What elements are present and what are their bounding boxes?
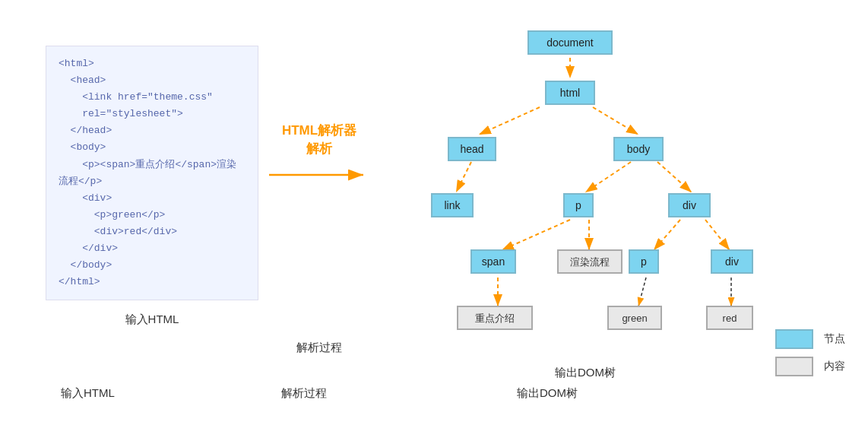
svg-text:重点介绍: 重点介绍 xyxy=(475,313,515,324)
svg-line-9 xyxy=(657,162,692,192)
svg-line-10 xyxy=(502,220,570,250)
code-line-6: <body> xyxy=(59,141,106,153)
input-label: 输入HTML xyxy=(61,386,115,401)
svg-text:link: link xyxy=(444,199,461,211)
arrow-bottom-label: 解析过程 xyxy=(258,341,380,355)
legend-node-box xyxy=(775,329,813,349)
svg-text:div: div xyxy=(683,199,696,211)
svg-text:head: head xyxy=(460,143,483,155)
svg-text:渲染流程: 渲染流程 xyxy=(570,256,610,268)
svg-text:html: html xyxy=(560,87,580,99)
code-section: <html> <head> <link href="theme.css" rel… xyxy=(46,46,258,327)
tree-bottom-label: 输出DOM树 xyxy=(372,366,798,380)
code-line-1: <html> xyxy=(59,58,94,69)
code-line-13: </html> xyxy=(59,276,100,287)
tree-section: document html head body link p div span … xyxy=(372,19,798,369)
arrow-label: HTML解析器 解析 xyxy=(258,122,380,158)
code-block: <html> <head> <link href="theme.css" rel… xyxy=(46,46,258,300)
code-line-10: <div>red</div> xyxy=(59,226,177,237)
svg-text:green: green xyxy=(622,313,647,324)
legend-content-item: 内容 xyxy=(775,357,845,376)
legend-content-box xyxy=(775,357,813,376)
svg-line-6 xyxy=(593,107,638,135)
svg-text:p: p xyxy=(641,255,647,268)
legend-node-label: 节点 xyxy=(824,332,845,346)
svg-line-13 xyxy=(705,220,730,250)
code-line-9: <p>green</p> xyxy=(59,209,165,221)
arrow-section: HTML解析器 解析 解析过程 xyxy=(258,122,380,355)
svg-line-15 xyxy=(638,278,646,306)
code-line-11: </div> xyxy=(59,243,118,254)
arrow-icon xyxy=(266,161,372,189)
code-line-2: <head> xyxy=(59,75,106,86)
svg-line-8 xyxy=(585,162,631,192)
svg-text:div: div xyxy=(725,255,739,268)
code-line-12: </body> xyxy=(59,259,112,271)
legend-node-item: 节点 xyxy=(775,329,845,349)
legend-content-label: 内容 xyxy=(824,360,845,373)
code-line-8: <div> xyxy=(59,192,112,204)
legend: 节点 内容 xyxy=(775,329,845,384)
process-label: 解析过程 xyxy=(281,386,327,401)
svg-text:body: body xyxy=(627,143,650,155)
svg-line-7 xyxy=(456,162,471,192)
svg-text:span: span xyxy=(482,255,505,268)
svg-text:document: document xyxy=(546,36,594,49)
code-line-7: <p><span>重点介绍</span>渲染流程</p> xyxy=(59,159,236,187)
svg-text:p: p xyxy=(575,199,581,211)
output-label: 输出DOM树 xyxy=(517,386,578,401)
dom-tree-svg: document html head body link p div span … xyxy=(372,19,798,369)
code-line-4: rel="stylesheet"> xyxy=(59,108,183,119)
svg-text:red: red xyxy=(723,313,737,324)
code-bottom-label: 输入HTML xyxy=(46,313,258,327)
svg-line-5 xyxy=(479,107,540,135)
code-line-3: <link href="theme.css" xyxy=(59,91,213,103)
code-line-5: </head> xyxy=(59,125,112,136)
svg-line-12 xyxy=(654,220,680,250)
